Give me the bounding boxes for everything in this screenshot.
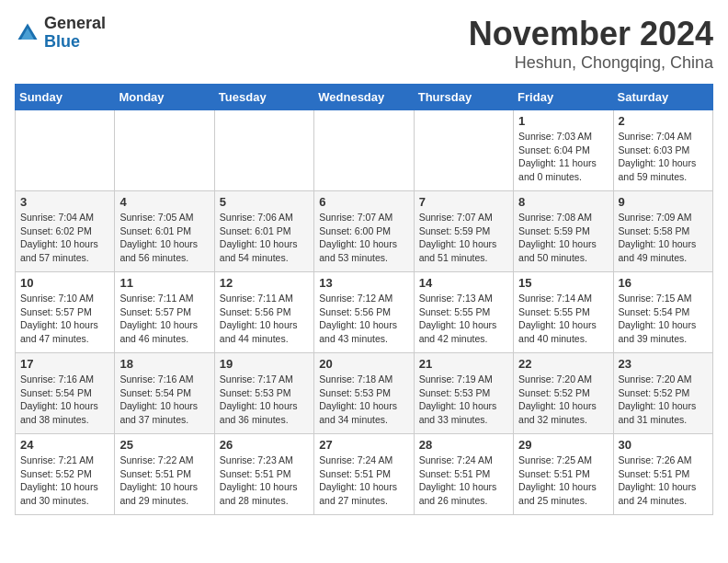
calendar-cell: 27Sunrise: 7:24 AM Sunset: 5:51 PM Dayli… [314, 434, 414, 515]
calendar-cell [314, 110, 414, 191]
day-info: Sunrise: 7:11 AM Sunset: 5:57 PM Dayligh… [119, 292, 209, 346]
calendar-cell: 25Sunrise: 7:22 AM Sunset: 5:51 PM Dayli… [115, 434, 214, 515]
day-number: 13 [319, 276, 408, 290]
day-number: 15 [518, 276, 608, 290]
calendar-cell: 19Sunrise: 7:17 AM Sunset: 5:53 PM Dayli… [214, 353, 313, 434]
day-info: Sunrise: 7:07 AM Sunset: 5:59 PM Dayligh… [419, 211, 508, 265]
day-number: 5 [220, 195, 309, 209]
weekday-header: Thursday [414, 85, 513, 110]
day-number: 18 [119, 357, 209, 371]
day-info: Sunrise: 7:04 AM Sunset: 6:02 PM Dayligh… [20, 211, 109, 265]
calendar-cell: 18Sunrise: 7:16 AM Sunset: 5:54 PM Dayli… [115, 353, 214, 434]
weekday-header: Saturday [613, 85, 712, 110]
weekday-header-row: SundayMondayTuesdayWednesdayThursdayFrid… [16, 85, 713, 110]
logo-text: General Blue [44, 15, 106, 52]
calendar-cell: 24Sunrise: 7:21 AM Sunset: 5:52 PM Dayli… [16, 434, 115, 515]
day-info: Sunrise: 7:12 AM Sunset: 5:56 PM Dayligh… [319, 292, 408, 346]
day-info: Sunrise: 7:24 AM Sunset: 5:51 PM Dayligh… [319, 454, 408, 508]
title-section: November 2024 Heshun, Chongqing, China [469, 15, 713, 73]
calendar-cell [115, 110, 214, 191]
calendar-cell: 8Sunrise: 7:08 AM Sunset: 5:59 PM Daylig… [514, 191, 613, 272]
day-info: Sunrise: 7:21 AM Sunset: 5:52 PM Dayligh… [20, 454, 109, 508]
day-number: 30 [619, 438, 708, 452]
calendar-cell: 9Sunrise: 7:09 AM Sunset: 5:58 PM Daylig… [613, 191, 712, 272]
day-info: Sunrise: 7:14 AM Sunset: 5:55 PM Dayligh… [518, 292, 608, 346]
day-info: Sunrise: 7:06 AM Sunset: 6:01 PM Dayligh… [220, 211, 309, 265]
day-number: 28 [419, 438, 508, 452]
day-info: Sunrise: 7:17 AM Sunset: 5:53 PM Dayligh… [220, 373, 309, 427]
calendar-cell: 6Sunrise: 7:07 AM Sunset: 6:00 PM Daylig… [314, 191, 414, 272]
calendar-cell [16, 110, 115, 191]
day-number: 2 [619, 114, 708, 128]
calendar-cell: 29Sunrise: 7:25 AM Sunset: 5:51 PM Dayli… [514, 434, 613, 515]
day-number: 19 [220, 357, 309, 371]
calendar-cell: 12Sunrise: 7:11 AM Sunset: 5:56 PM Dayli… [214, 272, 313, 353]
calendar-cell: 22Sunrise: 7:20 AM Sunset: 5:52 PM Dayli… [514, 353, 613, 434]
day-number: 20 [319, 357, 408, 371]
calendar-week-row: 24Sunrise: 7:21 AM Sunset: 5:52 PM Dayli… [16, 434, 713, 515]
calendar-cell: 17Sunrise: 7:16 AM Sunset: 5:54 PM Dayli… [16, 353, 115, 434]
calendar-cell: 20Sunrise: 7:18 AM Sunset: 5:53 PM Dayli… [314, 353, 414, 434]
day-number: 6 [319, 195, 408, 209]
calendar-week-row: 17Sunrise: 7:16 AM Sunset: 5:54 PM Dayli… [16, 353, 713, 434]
day-number: 23 [619, 357, 708, 371]
day-info: Sunrise: 7:09 AM Sunset: 5:58 PM Dayligh… [619, 211, 708, 265]
day-info: Sunrise: 7:22 AM Sunset: 5:51 PM Dayligh… [119, 454, 209, 508]
calendar-week-row: 1Sunrise: 7:03 AM Sunset: 6:04 PM Daylig… [16, 110, 713, 191]
calendar-week-row: 10Sunrise: 7:10 AM Sunset: 5:57 PM Dayli… [16, 272, 713, 353]
calendar-cell: 26Sunrise: 7:23 AM Sunset: 5:51 PM Dayli… [214, 434, 313, 515]
calendar-table: SundayMondayTuesdayWednesdayThursdayFrid… [15, 84, 713, 515]
day-info: Sunrise: 7:13 AM Sunset: 5:55 PM Dayligh… [419, 292, 508, 346]
calendar-title: November 2024 [469, 15, 713, 53]
logo-icon [15, 20, 40, 46]
weekday-header: Friday [514, 85, 613, 110]
calendar-cell: 15Sunrise: 7:14 AM Sunset: 5:55 PM Dayli… [514, 272, 613, 353]
day-number: 7 [419, 195, 508, 209]
day-info: Sunrise: 7:20 AM Sunset: 5:52 PM Dayligh… [518, 373, 608, 427]
day-number: 26 [220, 438, 309, 452]
day-number: 16 [619, 276, 708, 290]
day-number: 3 [20, 195, 109, 209]
day-info: Sunrise: 7:24 AM Sunset: 5:51 PM Dayligh… [419, 454, 508, 508]
day-info: Sunrise: 7:03 AM Sunset: 6:04 PM Dayligh… [518, 130, 608, 184]
calendar-cell [414, 110, 513, 191]
weekday-header: Sunday [16, 85, 115, 110]
calendar-cell: 1Sunrise: 7:03 AM Sunset: 6:04 PM Daylig… [514, 110, 613, 191]
calendar-cell [214, 110, 313, 191]
calendar-cell: 23Sunrise: 7:20 AM Sunset: 5:52 PM Dayli… [613, 353, 712, 434]
day-info: Sunrise: 7:04 AM Sunset: 6:03 PM Dayligh… [619, 130, 708, 184]
weekday-header: Wednesday [314, 85, 414, 110]
day-number: 21 [419, 357, 508, 371]
calendar-cell: 7Sunrise: 7:07 AM Sunset: 5:59 PM Daylig… [414, 191, 513, 272]
day-number: 12 [220, 276, 309, 290]
day-number: 1 [518, 114, 608, 128]
day-number: 14 [419, 276, 508, 290]
calendar-cell: 3Sunrise: 7:04 AM Sunset: 6:02 PM Daylig… [16, 191, 115, 272]
day-info: Sunrise: 7:20 AM Sunset: 5:52 PM Dayligh… [619, 373, 708, 427]
calendar-cell: 14Sunrise: 7:13 AM Sunset: 5:55 PM Dayli… [414, 272, 513, 353]
day-info: Sunrise: 7:15 AM Sunset: 5:54 PM Dayligh… [619, 292, 708, 346]
day-info: Sunrise: 7:25 AM Sunset: 5:51 PM Dayligh… [518, 454, 608, 508]
day-number: 9 [619, 195, 708, 209]
calendar-cell: 30Sunrise: 7:26 AM Sunset: 5:51 PM Dayli… [613, 434, 712, 515]
calendar-header: General Blue November 2024 Heshun, Chong… [15, 15, 713, 73]
logo: General Blue [15, 15, 106, 52]
day-info: Sunrise: 7:11 AM Sunset: 5:56 PM Dayligh… [220, 292, 309, 346]
calendar-cell: 10Sunrise: 7:10 AM Sunset: 5:57 PM Dayli… [16, 272, 115, 353]
day-info: Sunrise: 7:16 AM Sunset: 5:54 PM Dayligh… [20, 373, 109, 427]
calendar-cell: 16Sunrise: 7:15 AM Sunset: 5:54 PM Dayli… [613, 272, 712, 353]
day-number: 29 [518, 438, 608, 452]
day-info: Sunrise: 7:08 AM Sunset: 5:59 PM Dayligh… [518, 211, 608, 265]
calendar-cell: 28Sunrise: 7:24 AM Sunset: 5:51 PM Dayli… [414, 434, 513, 515]
day-info: Sunrise: 7:05 AM Sunset: 6:01 PM Dayligh… [119, 211, 209, 265]
weekday-header: Tuesday [214, 85, 313, 110]
calendar-cell: 11Sunrise: 7:11 AM Sunset: 5:57 PM Dayli… [115, 272, 214, 353]
day-number: 22 [518, 357, 608, 371]
calendar-cell: 4Sunrise: 7:05 AM Sunset: 6:01 PM Daylig… [115, 191, 214, 272]
day-number: 17 [20, 357, 109, 371]
day-number: 25 [119, 438, 209, 452]
calendar-week-row: 3Sunrise: 7:04 AM Sunset: 6:02 PM Daylig… [16, 191, 713, 272]
calendar-cell: 2Sunrise: 7:04 AM Sunset: 6:03 PM Daylig… [613, 110, 712, 191]
calendar-subtitle: Heshun, Chongqing, China [469, 53, 713, 73]
day-info: Sunrise: 7:23 AM Sunset: 5:51 PM Dayligh… [220, 454, 309, 508]
